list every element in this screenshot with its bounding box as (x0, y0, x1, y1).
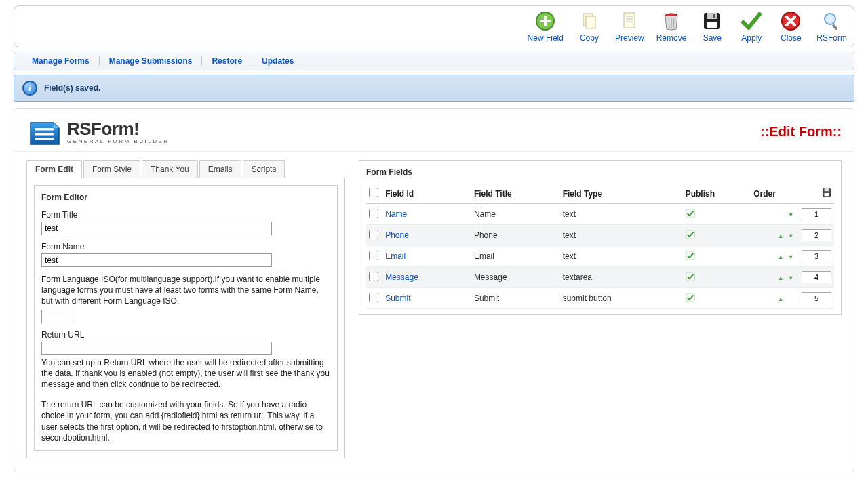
order-input[interactable] (802, 250, 831, 262)
form-title-label: Form Title (41, 210, 330, 220)
table-row: NameNametext▲▼ (366, 204, 834, 225)
field-title-cell: Submit (471, 288, 560, 309)
form-editor-legend: Form Editor (41, 192, 330, 202)
order-input[interactable] (802, 229, 831, 241)
move-down-icon[interactable]: ▼ (786, 232, 796, 239)
tab-scripts[interactable]: Scripts (243, 160, 285, 178)
toolbar-label: Close (781, 33, 802, 43)
col-field-type: Field Type (560, 184, 683, 204)
submenu-item[interactable]: Manage Forms (22, 56, 100, 66)
return-url-label: Return URL (41, 330, 330, 340)
col-order: Order (751, 184, 798, 204)
form-title-input[interactable] (41, 222, 272, 235)
move-up-icon[interactable]: ▲ (776, 296, 786, 302)
save-order-icon[interactable] (822, 188, 831, 197)
rsform-button[interactable]: RSForm (816, 10, 847, 43)
form-fields-title: Form Fields (366, 166, 834, 184)
rsform-logo: RSForm! GENERAL FORM BUILDER (26, 117, 170, 146)
tab-panel-form-edit: Form Editor Form Title Form Name Form La… (26, 178, 345, 458)
move-up-icon[interactable]: ▲ (776, 232, 786, 239)
table-row: MessageMessagetextarea▲▼ (366, 267, 834, 288)
svg-rect-5 (624, 13, 635, 28)
submenu-item[interactable]: Updates (252, 56, 303, 66)
preview-button[interactable]: Preview (615, 10, 644, 43)
tab-thank-you[interactable]: Thank You (142, 160, 198, 178)
copy-button[interactable]: Copy (576, 10, 603, 43)
field-id-link[interactable]: Email (385, 251, 406, 261)
svg-rect-24 (825, 188, 829, 191)
publish-toggle[interactable] (686, 251, 695, 262)
move-down-icon[interactable]: ▼ (786, 211, 796, 218)
form-name-label: Form Name (41, 242, 330, 251)
submenu-item[interactable]: Manage Submissions (100, 56, 203, 66)
apply-button[interactable]: Apply (738, 10, 765, 43)
toolbar-label: Remove (656, 33, 687, 43)
rsform-logo-icon (26, 117, 62, 146)
field-title-cell: Name (471, 204, 560, 225)
move-down-icon[interactable]: ▼ (786, 274, 796, 281)
row-checkbox[interactable] (369, 209, 378, 218)
info-icon: i (22, 81, 37, 96)
publish-toggle[interactable] (686, 272, 695, 283)
field-id-link[interactable]: Name (385, 209, 407, 219)
svg-rect-21 (35, 133, 54, 136)
move-up-icon[interactable]: ▲ (776, 274, 786, 281)
return-url-help1: You can set up a Return URL where the us… (41, 357, 330, 390)
remove-button[interactable]: Remove (656, 10, 687, 43)
move-up-icon[interactable]: ▲ (776, 253, 786, 260)
preview-icon (618, 10, 640, 32)
tab-emails[interactable]: Emails (199, 160, 241, 178)
field-type-cell: textarea (560, 267, 683, 288)
col-field-id: Field Id (382, 184, 471, 204)
field-title-cell: Message (471, 267, 560, 288)
svg-rect-20 (35, 128, 54, 131)
toolbar: New FieldCopyPreviewRemoveSaveApplyClose… (14, 5, 854, 47)
tab-form-style[interactable]: Form Style (83, 160, 140, 178)
search-icon (821, 10, 843, 32)
field-title-cell: Email (471, 246, 560, 267)
x-icon (780, 10, 802, 32)
publish-toggle[interactable] (686, 293, 695, 304)
col-field-title: Field Title (471, 184, 560, 204)
form-tabs: Form EditForm StyleThank YouEmailsScript… (26, 160, 345, 178)
new-field-button[interactable]: New Field (528, 10, 564, 43)
row-checkbox[interactable] (369, 272, 378, 281)
system-message: i Field(s) saved. (14, 75, 854, 102)
svg-rect-19 (831, 24, 838, 30)
form-lang-input[interactable] (41, 310, 71, 323)
trash-icon (660, 10, 682, 32)
submenu: Manage FormsManage SubmissionsRestoreUpd… (14, 52, 854, 70)
save-button[interactable]: Save (698, 10, 726, 43)
select-all-checkbox[interactable] (369, 188, 378, 197)
form-fields-panel: Form Fields Field Id Field Title Field T… (359, 160, 842, 315)
svg-rect-25 (825, 193, 829, 196)
plus-icon (534, 10, 556, 32)
row-checkbox[interactable] (369, 251, 378, 260)
message-text: Field(s) saved. (44, 83, 100, 93)
move-down-icon[interactable]: ▼ (786, 253, 796, 260)
toolbar-label: Apply (741, 33, 762, 43)
order-input[interactable] (802, 292, 831, 304)
field-id-link[interactable]: Message (385, 272, 418, 282)
svg-rect-16 (707, 22, 717, 28)
field-id-link[interactable]: Submit (385, 293, 410, 303)
check-icon (741, 10, 762, 32)
svg-rect-15 (713, 14, 715, 18)
row-checkbox[interactable] (369, 230, 378, 239)
order-input[interactable] (802, 271, 831, 283)
form-name-input[interactable] (41, 253, 272, 267)
tab-form-edit[interactable]: Form Edit (26, 160, 82, 178)
col-publish: Publish (683, 184, 751, 204)
return-url-input[interactable] (41, 342, 272, 355)
publish-toggle[interactable] (686, 230, 695, 241)
row-checkbox[interactable] (369, 293, 378, 302)
toolbar-label: Copy (580, 33, 599, 43)
submenu-item[interactable]: Restore (202, 56, 252, 66)
form-lang-help: Form Language ISO(for multilanguage supp… (41, 274, 330, 307)
order-input[interactable] (802, 208, 831, 220)
page-title: ::Edit Form:: (760, 124, 842, 140)
field-type-cell: text (560, 225, 683, 246)
field-id-link[interactable]: Phone (385, 230, 409, 240)
close-button[interactable]: Close (777, 10, 804, 43)
publish-toggle[interactable] (686, 209, 695, 220)
